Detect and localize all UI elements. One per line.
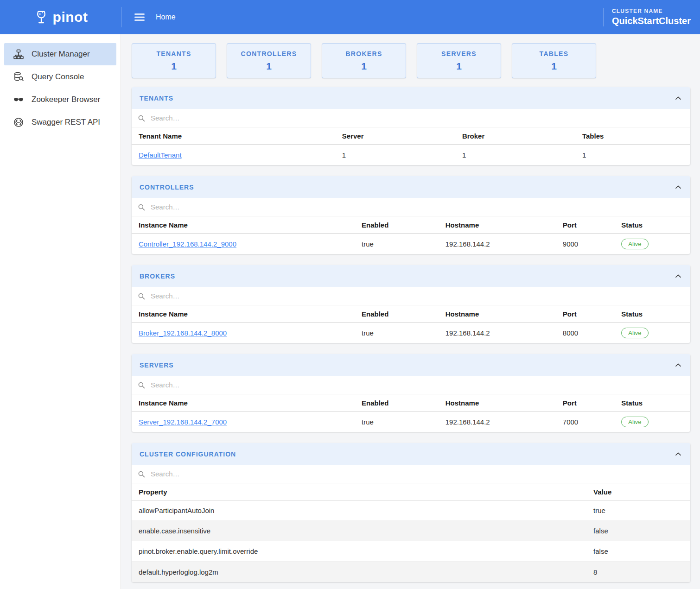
column-header: Instance Name [132,399,358,407]
tenant-broker-count: 1 [458,151,579,159]
stat-card-tables: TABLES 1 [512,43,596,78]
sidebar-item-cluster-manager[interactable]: Cluster Manager [4,43,116,65]
topbar: pinot Home CLUSTER NAME QuickStartCluste… [0,0,700,34]
column-header: Enabled [358,310,442,318]
tenant-server-count: 1 [338,151,458,159]
tenants-table-header: Tenant Name Server Broker Tables [132,127,690,145]
stat-card-brokers: BROKERS 1 [322,43,406,78]
cluster-name-value: QuickStartCluster [612,16,691,26]
config-value: false [590,527,690,535]
controller-instance-link[interactable]: Controller_192.168.144.2_9000 [139,240,236,248]
section-title: BROKERS [140,272,175,280]
tenants-section: TENANTS Tenant Name Server Broker Tables [132,87,690,165]
sidebar-item-swagger-rest-api[interactable]: Swagger REST API [4,111,116,133]
tenants-search-row [132,109,690,127]
config-value: false [590,547,690,555]
collapse-chevron-icon[interactable] [674,361,683,370]
tenants-search-input[interactable] [150,114,685,122]
instance-hostname: 192.168.144.2 [442,240,559,248]
stat-card-controllers: CONTROLLERS 1 [227,43,311,78]
collapse-chevron-icon[interactable] [674,272,683,281]
brokers-search-input[interactable] [150,291,685,300]
sidebar-item-zookeeper-browser[interactable]: Zookeeper Browser [4,89,116,111]
config-property: pinot.broker.enable.query.limit.override [132,547,590,555]
column-header: Hostname [442,221,559,229]
broker-instance-link[interactable]: Broker_192.168.144.2_8000 [139,329,227,337]
column-header: Value [590,488,690,496]
home-link[interactable]: Home [156,13,176,21]
wine-glass-icon [33,9,49,25]
search-icon [137,292,146,300]
stat-card-servers: SERVERS 1 [417,43,501,78]
column-header: Broker [458,132,579,140]
tenants-section-header[interactable]: TENANTS [132,87,690,109]
swagger-icon [13,116,25,128]
column-header: Tenant Name [132,132,338,140]
controllers-search-input[interactable] [150,203,685,211]
query-console-icon [13,71,25,83]
cluster-manager-icon [13,48,25,60]
stat-label: TENANTS [156,50,191,57]
column-header: Hostname [442,310,559,318]
controllers-search-row [132,198,690,216]
status-badge: Alive [621,417,648,427]
controllers-section-header[interactable]: CONTROLLERS [132,176,690,198]
table-row: allowParticipantAutoJoin true [132,500,690,521]
sidebar-item-label: Swagger REST API [32,118,100,127]
section-title: CLUSTER CONFIGURATION [140,450,236,458]
stat-value: 1 [361,61,367,72]
topbar-divider [121,7,121,27]
column-header: Port [559,310,618,318]
main-content: TENANTS 1 CONTROLLERS 1 BROKERS 1 SERVER… [121,34,700,589]
instance-hostname: 192.168.144.2 [442,329,559,337]
instance-enabled: true [358,329,442,337]
config-search-row [132,465,690,483]
brokers-section: BROKERS Instance Name Enabled Hostname P… [132,265,690,343]
collapse-chevron-icon[interactable] [674,183,683,192]
config-property: default.hyperloglog.log2m [132,568,590,576]
server-instance-link[interactable]: Server_192.168.144.2_7000 [139,418,227,426]
table-row: Controller_192.168.144.2_9000 true 192.1… [132,234,690,254]
config-table-body: allowParticipantAutoJoin true enable.cas… [132,500,690,582]
column-header: Status [617,310,690,318]
column-header: Port [559,399,618,407]
collapse-chevron-icon[interactable] [674,450,683,459]
config-value: true [590,507,690,514]
stat-label: SERVERS [441,50,477,57]
tenants-table-body: DefaultTenant 1 1 1 [132,145,690,165]
logo-text: pinot [53,9,88,25]
column-header: Server [338,132,458,140]
config-table-header: Property Value [132,483,690,500]
tenant-name-link[interactable]: DefaultTenant [139,151,182,159]
servers-section-header[interactable]: SERVERS [132,354,690,376]
sidebar-item-query-console[interactable]: Query Console [4,66,116,88]
pinot-logo[interactable]: pinot [0,9,121,25]
cluster-name-label: CLUSTER NAME [612,8,691,14]
instance-enabled: true [358,418,442,426]
stat-label: TABLES [540,50,569,57]
servers-search-input[interactable] [150,380,685,389]
section-title: CONTROLLERS [140,184,194,191]
stat-value: 1 [551,61,557,72]
sidebar-item-label: Cluster Manager [32,50,90,59]
section-title: SERVERS [140,361,174,369]
table-row: Broker_192.168.144.2_8000 true 192.168.1… [132,323,690,343]
instance-port: 8000 [559,329,618,337]
brokers-section-header[interactable]: BROKERS [132,265,690,287]
table-row: pinot.broker.enable.query.limit.override… [132,541,690,562]
column-header: Status [617,399,690,407]
hamburger-menu-icon[interactable] [134,11,146,23]
stat-label: CONTROLLERS [241,50,297,57]
cluster-configuration-section: CLUSTER CONFIGURATION Property Value all… [132,443,690,582]
cluster-configuration-header[interactable]: CLUSTER CONFIGURATION [132,443,690,465]
instance-port: 7000 [559,418,618,426]
config-search-input[interactable] [150,469,685,478]
servers-table-body: Server_192.168.144.2_7000 true 192.168.1… [132,412,690,432]
controllers-table-header: Instance Name Enabled Hostname Port Stat… [132,216,690,234]
controllers-table-body: Controller_192.168.144.2_9000 true 192.1… [132,234,690,254]
config-property: enable.case.insensitive [132,527,590,535]
stat-value: 1 [266,61,272,72]
collapse-chevron-icon[interactable] [674,94,683,103]
column-header: Port [559,221,618,229]
table-row: Server_192.168.144.2_7000 true 192.168.1… [132,412,690,432]
